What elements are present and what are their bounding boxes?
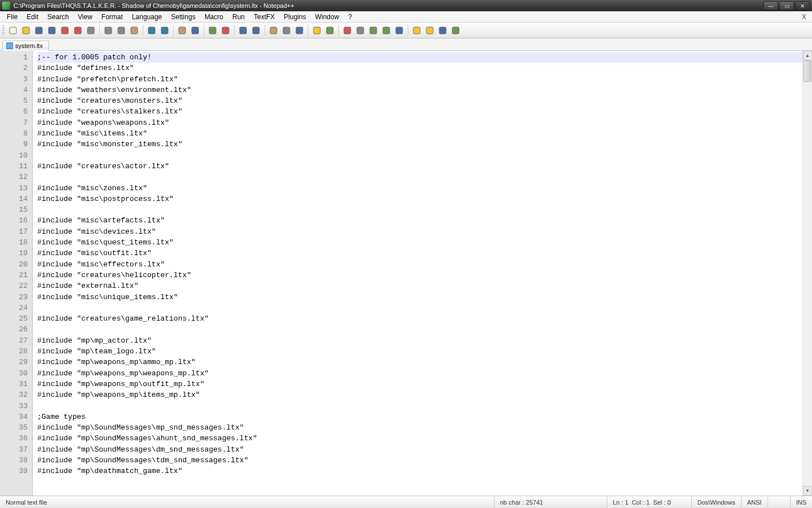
- code-line[interactable]: #include "external.ltx": [37, 281, 802, 291]
- code-line[interactable]: #include "mp\SoundMessages\tdm_snd_messa…: [37, 455, 802, 466]
- menu-language[interactable]: Language: [127, 12, 166, 22]
- clear-compare-icon[interactable]: [424, 25, 435, 36]
- code-line[interactable]: #include "mp\mp_actor.ltx": [37, 335, 802, 346]
- code-line[interactable]: #include "misc\artefacts.ltx": [37, 215, 802, 226]
- new-file-icon[interactable]: [7, 25, 19, 36]
- vertical-scrollbar[interactable]: ▲ ▼: [802, 51, 812, 496]
- code-line[interactable]: #include "misc\items.ltx": [37, 128, 802, 139]
- copy-icon[interactable]: [116, 25, 127, 36]
- menu-window[interactable]: Window: [311, 12, 344, 22]
- menu-plugins[interactable]: Plugins: [279, 12, 310, 22]
- menu-settings[interactable]: Settings: [166, 12, 200, 22]
- code-line[interactable]: [37, 204, 802, 215]
- print-icon[interactable]: [85, 25, 96, 36]
- code-line[interactable]: [37, 150, 802, 161]
- line-number: 36: [0, 433, 28, 444]
- code-line[interactable]: ;-- for 1.0005 patch only!: [37, 52, 802, 63]
- sync-v-icon[interactable]: [237, 25, 249, 36]
- code-line[interactable]: #include "misc\monster_items.ltx": [37, 139, 802, 150]
- code-line[interactable]: #include "mp\weapons_mp\ammo_mp.ltx": [37, 357, 802, 367]
- code-line[interactable]: #include "mp\SoundMessages\ahunt_snd_mes…: [37, 433, 802, 444]
- code-line[interactable]: [37, 324, 802, 335]
- menu-close-doc[interactable]: X: [798, 13, 810, 21]
- code-line[interactable]: #include "misc\zones.ltx": [37, 183, 802, 194]
- save-all-icon[interactable]: [46, 25, 58, 36]
- code-line[interactable]: #include "weapons\weapons.ltx": [37, 117, 802, 128]
- code-line[interactable]: #include "mp\team_logo.ltx": [37, 346, 802, 357]
- save-icon[interactable]: [33, 25, 45, 36]
- code-line[interactable]: #include "creatures\actor.ltx": [37, 161, 802, 172]
- code-line[interactable]: #include "misc\quest_items.ltx": [37, 237, 802, 248]
- code-line[interactable]: [37, 401, 802, 411]
- menu-textfx[interactable]: TextFX: [249, 12, 279, 22]
- close-all-icon[interactable]: [72, 25, 83, 36]
- menu-q[interactable]: ?: [343, 12, 356, 22]
- stop-macro-icon[interactable]: [355, 25, 366, 36]
- code-line[interactable]: #include "misc\devices.ltx": [37, 226, 802, 237]
- code-line[interactable]: ;Game types: [37, 411, 802, 422]
- close-icon[interactable]: [59, 25, 70, 36]
- menu-run[interactable]: Run: [228, 12, 249, 22]
- code-line[interactable]: #include "creatures\game_relations.ltx": [37, 313, 802, 324]
- code-editor[interactable]: ;-- for 1.0005 patch only!#include "defi…: [33, 51, 802, 496]
- minimize-button[interactable]: —: [764, 1, 778, 10]
- menu-format[interactable]: Format: [97, 12, 127, 22]
- undo-icon[interactable]: [146, 25, 157, 36]
- next-diff-icon[interactable]: [450, 25, 461, 36]
- first-diff-icon[interactable]: [437, 25, 448, 36]
- menu-edit[interactable]: Edit: [22, 12, 43, 22]
- scroll-up-button[interactable]: ▲: [803, 51, 812, 60]
- code-line[interactable]: #include "mp\deathmatch_game.ltx": [37, 466, 802, 476]
- function-list-icon[interactable]: [324, 25, 336, 36]
- redo-icon[interactable]: [159, 25, 170, 36]
- code-line[interactable]: #include "misc\outfit.ltx": [37, 248, 802, 259]
- close-window-button[interactable]: ✕: [795, 1, 810, 10]
- indent-guide-icon[interactable]: [294, 25, 305, 36]
- zoom-in-icon[interactable]: [207, 25, 218, 36]
- play-multi-icon[interactable]: [381, 25, 392, 36]
- record-macro-icon[interactable]: [342, 25, 353, 36]
- scroll-thumb[interactable]: [804, 60, 811, 82]
- wrap-icon[interactable]: [268, 25, 279, 36]
- code-line[interactable]: #include "creatures\helicopter.ltx": [37, 270, 802, 281]
- status-charcount: nb char : 25741: [495, 496, 607, 508]
- scroll-down-button[interactable]: ▼: [803, 486, 812, 496]
- code-line[interactable]: #include "mp\SoundMessages\mp_snd_messag…: [37, 422, 802, 433]
- code-line[interactable]: #include "weathers\environment.ltx": [37, 85, 802, 95]
- code-line[interactable]: #include "mp\weapons_mp\outfit_mp.ltx": [37, 379, 802, 389]
- code-line[interactable]: #include "misc\unique_items.ltx": [37, 292, 802, 303]
- paste-icon[interactable]: [129, 25, 140, 36]
- save-macro-icon[interactable]: [394, 25, 405, 36]
- code-line[interactable]: #include "creatures\monsters.ltx": [37, 95, 802, 106]
- show-all-icon[interactable]: [281, 25, 292, 36]
- replace-icon[interactable]: [189, 25, 201, 36]
- code-line[interactable]: #include "creatures\stalkers.ltx": [37, 106, 802, 117]
- play-macro-icon[interactable]: [368, 25, 379, 36]
- code-line[interactable]: #include "mp\weapons_mp\items_mp.ltx": [37, 389, 802, 400]
- code-line[interactable]: #include "prefetch\prefetch.ltx": [37, 74, 802, 85]
- toolbar-separator: [173, 25, 174, 36]
- scroll-track[interactable]: [803, 60, 812, 486]
- code-line[interactable]: [37, 172, 802, 182]
- open-file-icon[interactable]: [20, 25, 32, 36]
- menu-view[interactable]: View: [73, 12, 97, 22]
- code-line[interactable]: #include "misc\postprocess.ltx": [37, 194, 802, 204]
- line-number: 25: [0, 313, 28, 324]
- zoom-out-icon[interactable]: [220, 25, 231, 36]
- compare-icon[interactable]: [411, 25, 422, 36]
- find-icon[interactable]: [176, 25, 188, 36]
- menu-file[interactable]: File: [2, 12, 22, 22]
- code-line[interactable]: #include "mp\SoundMessages\dm_snd_messag…: [37, 444, 802, 455]
- folder-icon[interactable]: [311, 25, 323, 36]
- svg-rect-9: [131, 27, 138, 34]
- code-line[interactable]: [37, 303, 802, 313]
- maximize-button[interactable]: ▭: [779, 1, 794, 10]
- menu-macro[interactable]: Macro: [200, 12, 228, 22]
- code-line[interactable]: #include "mp\weapons_mp\weapons_mp.ltx": [37, 368, 802, 379]
- menu-search[interactable]: Search: [43, 12, 73, 22]
- code-line[interactable]: #include "misc\effectors.ltx": [37, 259, 802, 270]
- code-line[interactable]: #include "defines.ltx": [37, 63, 802, 73]
- sync-h-icon[interactable]: [250, 25, 262, 36]
- tab-system-ltx[interactable]: system.ltx: [2, 41, 49, 51]
- cut-icon[interactable]: [103, 25, 114, 36]
